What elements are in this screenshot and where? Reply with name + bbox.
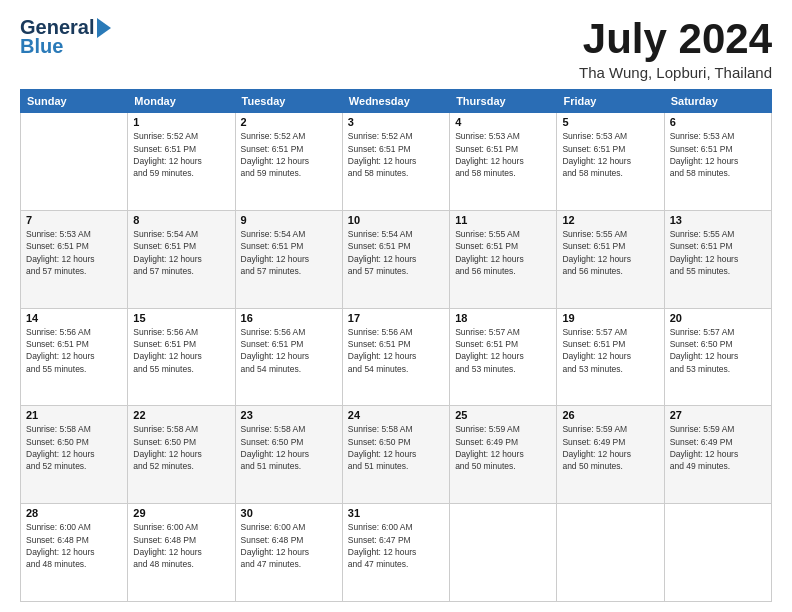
day-info: Sunrise: 5:59 AM Sunset: 6:49 PM Dayligh… [455,423,551,472]
calendar-cell: 24Sunrise: 5:58 AM Sunset: 6:50 PM Dayli… [342,406,449,504]
col-header-friday: Friday [557,90,664,113]
calendar-cell: 10Sunrise: 5:54 AM Sunset: 6:51 PM Dayli… [342,210,449,308]
col-header-monday: Monday [128,90,235,113]
calendar-cell: 31Sunrise: 6:00 AM Sunset: 6:47 PM Dayli… [342,504,449,602]
day-info: Sunrise: 5:52 AM Sunset: 6:51 PM Dayligh… [348,130,444,179]
day-info: Sunrise: 5:53 AM Sunset: 6:51 PM Dayligh… [670,130,766,179]
day-info: Sunrise: 5:56 AM Sunset: 6:51 PM Dayligh… [348,326,444,375]
calendar-cell [557,504,664,602]
col-header-sunday: Sunday [21,90,128,113]
day-info: Sunrise: 5:54 AM Sunset: 6:51 PM Dayligh… [241,228,337,277]
week-row-1: 1Sunrise: 5:52 AM Sunset: 6:51 PM Daylig… [21,113,772,211]
logo-general: General [20,16,94,38]
day-info: Sunrise: 5:56 AM Sunset: 6:51 PM Dayligh… [241,326,337,375]
day-number: 19 [562,312,658,324]
day-number: 3 [348,116,444,128]
title-block: July 2024 Tha Wung, Lopburi, Thailand [579,16,772,81]
day-info: Sunrise: 6:00 AM Sunset: 6:48 PM Dayligh… [241,521,337,570]
day-number: 5 [562,116,658,128]
calendar-cell: 17Sunrise: 5:56 AM Sunset: 6:51 PM Dayli… [342,308,449,406]
location: Tha Wung, Lopburi, Thailand [579,64,772,81]
day-info: Sunrise: 5:56 AM Sunset: 6:51 PM Dayligh… [133,326,229,375]
day-info: Sunrise: 5:58 AM Sunset: 6:50 PM Dayligh… [26,423,122,472]
day-info: Sunrise: 5:57 AM Sunset: 6:50 PM Dayligh… [670,326,766,375]
day-number: 11 [455,214,551,226]
day-info: Sunrise: 6:00 AM Sunset: 6:48 PM Dayligh… [133,521,229,570]
calendar-cell: 12Sunrise: 5:55 AM Sunset: 6:51 PM Dayli… [557,210,664,308]
calendar-cell: 28Sunrise: 6:00 AM Sunset: 6:48 PM Dayli… [21,504,128,602]
day-info: Sunrise: 5:57 AM Sunset: 6:51 PM Dayligh… [455,326,551,375]
day-number: 16 [241,312,337,324]
calendar-cell: 26Sunrise: 5:59 AM Sunset: 6:49 PM Dayli… [557,406,664,504]
day-number: 26 [562,409,658,421]
day-number: 27 [670,409,766,421]
day-number: 6 [670,116,766,128]
day-number: 12 [562,214,658,226]
calendar-cell: 13Sunrise: 5:55 AM Sunset: 6:51 PM Dayli… [664,210,771,308]
week-row-3: 14Sunrise: 5:56 AM Sunset: 6:51 PM Dayli… [21,308,772,406]
calendar-cell: 5Sunrise: 5:53 AM Sunset: 6:51 PM Daylig… [557,113,664,211]
day-number: 9 [241,214,337,226]
logo: General Blue [20,16,111,58]
day-number: 2 [241,116,337,128]
calendar-cell: 2Sunrise: 5:52 AM Sunset: 6:51 PM Daylig… [235,113,342,211]
week-row-2: 7Sunrise: 5:53 AM Sunset: 6:51 PM Daylig… [21,210,772,308]
day-number: 23 [241,409,337,421]
calendar-cell [21,113,128,211]
week-row-4: 21Sunrise: 5:58 AM Sunset: 6:50 PM Dayli… [21,406,772,504]
col-header-thursday: Thursday [450,90,557,113]
day-number: 17 [348,312,444,324]
calendar-cell: 18Sunrise: 5:57 AM Sunset: 6:51 PM Dayli… [450,308,557,406]
day-number: 25 [455,409,551,421]
calendar-table: SundayMondayTuesdayWednesdayThursdayFrid… [20,89,772,602]
calendar-cell: 25Sunrise: 5:59 AM Sunset: 6:49 PM Dayli… [450,406,557,504]
day-number: 31 [348,507,444,519]
calendar-cell: 15Sunrise: 5:56 AM Sunset: 6:51 PM Dayli… [128,308,235,406]
calendar-cell [450,504,557,602]
day-number: 21 [26,409,122,421]
header: General Blue July 2024 Tha Wung, Lopburi… [20,16,772,81]
calendar-cell: 23Sunrise: 5:58 AM Sunset: 6:50 PM Dayli… [235,406,342,504]
day-info: Sunrise: 5:54 AM Sunset: 6:51 PM Dayligh… [133,228,229,277]
calendar-cell: 16Sunrise: 5:56 AM Sunset: 6:51 PM Dayli… [235,308,342,406]
day-number: 18 [455,312,551,324]
calendar-cell: 20Sunrise: 5:57 AM Sunset: 6:50 PM Dayli… [664,308,771,406]
day-info: Sunrise: 5:58 AM Sunset: 6:50 PM Dayligh… [241,423,337,472]
calendar-cell: 7Sunrise: 5:53 AM Sunset: 6:51 PM Daylig… [21,210,128,308]
calendar-cell: 11Sunrise: 5:55 AM Sunset: 6:51 PM Dayli… [450,210,557,308]
calendar-cell: 9Sunrise: 5:54 AM Sunset: 6:51 PM Daylig… [235,210,342,308]
day-number: 24 [348,409,444,421]
day-number: 1 [133,116,229,128]
month-title: July 2024 [579,16,772,62]
day-info: Sunrise: 5:53 AM Sunset: 6:51 PM Dayligh… [455,130,551,179]
logo-arrow-icon [97,18,111,38]
day-info: Sunrise: 5:59 AM Sunset: 6:49 PM Dayligh… [562,423,658,472]
day-info: Sunrise: 5:55 AM Sunset: 6:51 PM Dayligh… [670,228,766,277]
day-info: Sunrise: 6:00 AM Sunset: 6:47 PM Dayligh… [348,521,444,570]
calendar-cell: 6Sunrise: 5:53 AM Sunset: 6:51 PM Daylig… [664,113,771,211]
day-info: Sunrise: 5:59 AM Sunset: 6:49 PM Dayligh… [670,423,766,472]
calendar-cell: 4Sunrise: 5:53 AM Sunset: 6:51 PM Daylig… [450,113,557,211]
calendar-cell: 3Sunrise: 5:52 AM Sunset: 6:51 PM Daylig… [342,113,449,211]
calendar-cell: 1Sunrise: 5:52 AM Sunset: 6:51 PM Daylig… [128,113,235,211]
day-number: 28 [26,507,122,519]
day-number: 29 [133,507,229,519]
calendar-cell: 14Sunrise: 5:56 AM Sunset: 6:51 PM Dayli… [21,308,128,406]
calendar-cell: 8Sunrise: 5:54 AM Sunset: 6:51 PM Daylig… [128,210,235,308]
calendar-cell: 30Sunrise: 6:00 AM Sunset: 6:48 PM Dayli… [235,504,342,602]
calendar-cell: 29Sunrise: 6:00 AM Sunset: 6:48 PM Dayli… [128,504,235,602]
day-number: 14 [26,312,122,324]
calendar-cell: 21Sunrise: 5:58 AM Sunset: 6:50 PM Dayli… [21,406,128,504]
day-info: Sunrise: 5:58 AM Sunset: 6:50 PM Dayligh… [133,423,229,472]
calendar-cell: 22Sunrise: 5:58 AM Sunset: 6:50 PM Dayli… [128,406,235,504]
day-info: Sunrise: 5:52 AM Sunset: 6:51 PM Dayligh… [241,130,337,179]
day-number: 4 [455,116,551,128]
day-info: Sunrise: 5:54 AM Sunset: 6:51 PM Dayligh… [348,228,444,277]
day-info: Sunrise: 5:53 AM Sunset: 6:51 PM Dayligh… [26,228,122,277]
day-info: Sunrise: 5:55 AM Sunset: 6:51 PM Dayligh… [562,228,658,277]
day-info: Sunrise: 5:53 AM Sunset: 6:51 PM Dayligh… [562,130,658,179]
week-row-5: 28Sunrise: 6:00 AM Sunset: 6:48 PM Dayli… [21,504,772,602]
day-info: Sunrise: 5:57 AM Sunset: 6:51 PM Dayligh… [562,326,658,375]
day-number: 15 [133,312,229,324]
calendar-cell: 27Sunrise: 5:59 AM Sunset: 6:49 PM Dayli… [664,406,771,504]
